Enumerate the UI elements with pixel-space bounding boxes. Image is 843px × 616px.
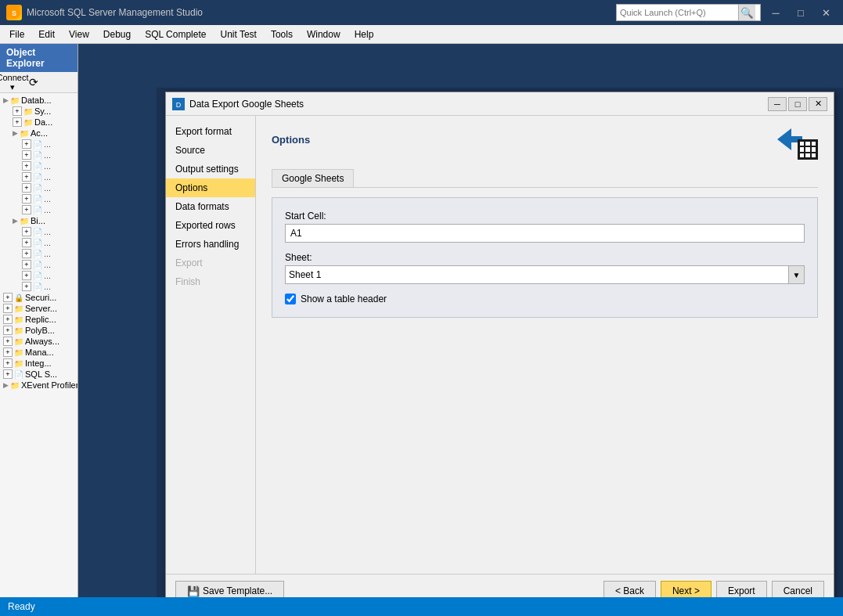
options-form: Start Cell: Sheet: Sheet 1 ▼ [272,197,818,318]
oe-node-bi-4[interactable]: + 📄 ... [2,259,76,270]
oe-node-sy[interactable]: + 📁 Sy... [2,106,76,117]
oe-node-ac-1[interactable]: + 📄 ... [2,139,76,149]
menu-debug[interactable]: Debug [97,27,137,41]
nav-item-errors-handling[interactable]: Errors handling [166,235,255,254]
menu-tools[interactable]: Tools [265,27,299,41]
oe-expand-icon[interactable]: + [3,315,13,324]
oe-expand-icon[interactable]: + [3,326,13,335]
oe-node-xevent[interactable]: ▶ 📁 XEvent Profiler [2,380,76,391]
quick-launch-input[interactable] [617,8,738,17]
nav-item-data-formats[interactable]: Data formats [166,197,255,216]
menu-edit[interactable]: Edit [32,27,61,41]
oe-expand-icon[interactable]: + [3,304,13,313]
oe-expand-icon[interactable]: + [3,358,13,368]
oe-expand-icon[interactable]: + [13,106,22,116]
oe-expand-icon[interactable]: + [22,205,31,214]
oe-connect-button[interactable]: Connect ▾ [3,74,22,91]
oe-node-ac-7[interactable]: + 📄 ... [2,204,76,215]
oe-expand-icon[interactable]: + [22,172,31,182]
minimize-button[interactable]: ─ [765,5,787,20]
menu-help[interactable]: Help [348,27,380,41]
oe-node-bi-3[interactable]: + 📄 ... [2,248,76,259]
dialog-main-content: Options [256,116,834,574]
oe-node-security[interactable]: + 🔒 Securi... [2,292,76,303]
start-cell-input[interactable] [285,224,805,243]
maximize-button[interactable]: □ [790,5,812,20]
start-cell-group: Start Cell: [285,211,805,243]
oe-expand-icon[interactable]: + [22,227,31,236]
oe-expand-icon[interactable]: + [22,161,31,171]
menu-file[interactable]: File [3,27,31,41]
oe-expand-icon[interactable]: + [22,249,31,258]
oe-node-da[interactable]: + 📁 Da... [2,117,76,128]
show-table-header-row: Show a table header [285,294,805,304]
nav-item-export-format[interactable]: Export format [166,122,255,141]
oe-node-bi[interactable]: ▶ 📁 Bi... [2,215,76,226]
nav-item-source[interactable]: Source [166,141,255,160]
oe-node-ac-6[interactable]: + 📄 ... [2,193,76,204]
oe-node-ac-2[interactable]: + 📄 ... [2,149,76,160]
oe-expand-icon[interactable]: + [3,293,13,302]
dialog-close-button[interactable]: ✕ [809,97,827,111]
oe-expand-icon[interactable]: + [22,282,31,291]
show-table-header-label[interactable]: Show a table header [301,294,387,304]
oe-expand-icon[interactable]: + [22,194,31,204]
oe-expand-icon[interactable]: + [22,183,31,193]
nav-item-output-settings[interactable]: Output settings [166,160,255,178]
show-table-header-checkbox[interactable] [285,294,296,304]
oe-node-sqls[interactable]: + 📄 SQL S... [2,369,76,380]
menu-window[interactable]: Window [301,27,347,41]
object-explorer: Object Explorer Connect ▾ ⟳ ▶ 📁 Datab...… [0,44,78,616]
oe-node-bi-6[interactable]: + 📄 ... [2,281,76,292]
sheet-dropdown-arrow[interactable]: ▼ [789,265,805,284]
google-sheets-tab[interactable]: Google Sheets [272,169,354,187]
menu-bar: File Edit View Debug SQL Complete Unit T… [0,25,843,44]
oe-node-ac[interactable]: ▶ 📁 Ac... [2,128,76,139]
quick-launch-bar: 🔍 [616,4,761,21]
oe-node-ac-3[interactable]: + 📄 ... [2,160,76,171]
nav-item-exported-rows[interactable]: Exported rows [166,216,255,235]
nav-item-options[interactable]: Options [166,178,255,197]
oe-expand-icon[interactable]: + [13,117,22,127]
svg-text:S: S [12,9,16,17]
oe-node-bi-2[interactable]: + 📄 ... [2,237,76,248]
oe-node-ac-4[interactable]: + 📄 ... [2,171,76,182]
logo-area [777,128,818,160]
dialog-title-text: Data Export Google Sheets [189,99,304,110]
oe-expand-icon[interactable]: + [3,369,13,379]
menu-unit-test[interactable]: Unit Test [214,27,262,41]
oe-expand-icon[interactable]: + [22,260,31,269]
menu-view[interactable]: View [63,27,95,41]
title-window-controls: ─ □ ✕ [765,5,837,20]
dialog-maximize-button[interactable]: □ [788,97,807,111]
oe-node-bi-5[interactable]: + 📄 ... [2,270,76,281]
oe-expand-icon[interactable]: + [22,139,31,149]
oe-node-always[interactable]: + 📁 Always... [2,336,76,347]
oe-node-server[interactable]: + 📁 Server... [2,303,76,314]
menu-sql-complete[interactable]: SQL Complete [139,27,212,41]
oe-node-replic[interactable]: + 📁 Replic... [2,314,76,325]
oe-refresh-button[interactable]: ⟳ [24,74,43,91]
status-bar: Ready [0,597,843,616]
sheet-select-wrap: Sheet 1 ▼ [285,265,805,284]
oe-node-manage[interactable]: + 📁 Mana... [2,347,76,358]
oe-expand-icon[interactable]: + [22,150,31,160]
oe-node-bi-1[interactable]: + 📄 ... [2,226,76,237]
dialog-minimize-button[interactable]: ─ [768,97,787,111]
oe-expand-icon[interactable]: + [3,337,13,346]
nav-item-export: Export [166,254,255,272]
title-bar-left: S Microsoft SQL Server Management Studio [6,5,203,20]
search-icon[interactable]: 🔍 [738,5,755,20]
oe-expand-icon[interactable]: + [22,238,31,247]
dialog-body: Export format Source Output settings Opt… [166,116,834,574]
oe-expand-icon[interactable]: + [3,348,13,357]
sheet-select[interactable]: Sheet 1 [285,265,789,284]
oe-node-databases[interactable]: ▶ 📁 Datab... [2,95,76,106]
close-button[interactable]: ✕ [815,5,837,20]
oe-node-integ[interactable]: + 📁 Integ... [2,358,76,369]
oe-node-ac-5[interactable]: + 📄 ... [2,182,76,193]
save-template-label: Save Template... [203,585,272,596]
oe-node-polyb[interactable]: + 📁 PolyB... [2,325,76,336]
app-logo: S [6,5,22,20]
oe-expand-icon[interactable]: + [22,271,31,280]
